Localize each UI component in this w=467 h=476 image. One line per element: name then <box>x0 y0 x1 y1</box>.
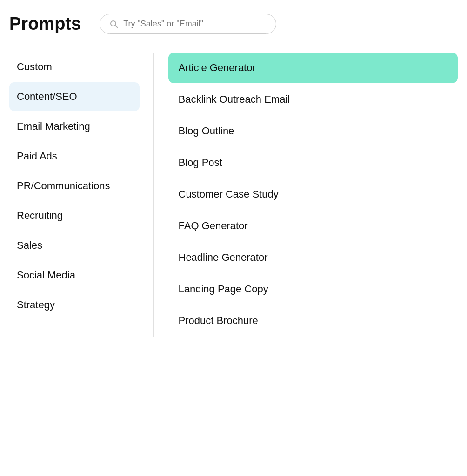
sidebar-item-recruiting[interactable]: Recruiting <box>9 201 140 230</box>
sidebar-item-content-seo[interactable]: Content/SEO <box>9 82 140 111</box>
prompt-item-backlink-outreach-email[interactable]: Backlink Outreach Email <box>168 84 458 115</box>
page-title: Prompts <box>9 14 81 34</box>
sidebar-item-social-media[interactable]: Social Media <box>9 261 140 290</box>
sidebar-item-sales[interactable]: Sales <box>9 231 140 260</box>
prompt-item-article-generator[interactable]: Article Generator <box>168 53 458 83</box>
sidebar-item-paid-ads[interactable]: Paid Ads <box>9 142 140 171</box>
prompt-list: Article GeneratorBacklink Outreach Email… <box>159 53 458 337</box>
header: Prompts <box>9 14 458 34</box>
prompt-item-blog-post[interactable]: Blog Post <box>168 147 458 178</box>
sidebar-item-email-marketing[interactable]: Email Marketing <box>9 112 140 141</box>
prompt-item-landing-page-copy[interactable]: Landing Page Copy <box>168 274 458 304</box>
prompt-item-customer-case-study[interactable]: Customer Case Study <box>168 179 458 210</box>
search-icon <box>109 20 119 29</box>
sidebar: CustomContent/SEOEmail MarketingPaid Ads… <box>9 53 149 337</box>
prompt-item-blog-outline[interactable]: Blog Outline <box>168 116 458 146</box>
main-content: CustomContent/SEOEmail MarketingPaid Ads… <box>9 53 458 337</box>
prompt-item-product-brochure[interactable]: Product Brochure <box>168 305 458 336</box>
svg-line-1 <box>115 25 118 27</box>
sidebar-item-strategy[interactable]: Strategy <box>9 291 140 319</box>
search-container <box>100 14 276 34</box>
sidebar-item-pr-communications[interactable]: PR/Communications <box>9 172 140 200</box>
prompt-item-headline-generator[interactable]: Headline Generator <box>168 242 458 273</box>
prompt-item-faq-generator[interactable]: FAQ Generator <box>168 211 458 241</box>
vertical-divider <box>153 53 154 337</box>
sidebar-item-custom[interactable]: Custom <box>9 53 140 81</box>
search-input[interactable] <box>123 19 267 29</box>
